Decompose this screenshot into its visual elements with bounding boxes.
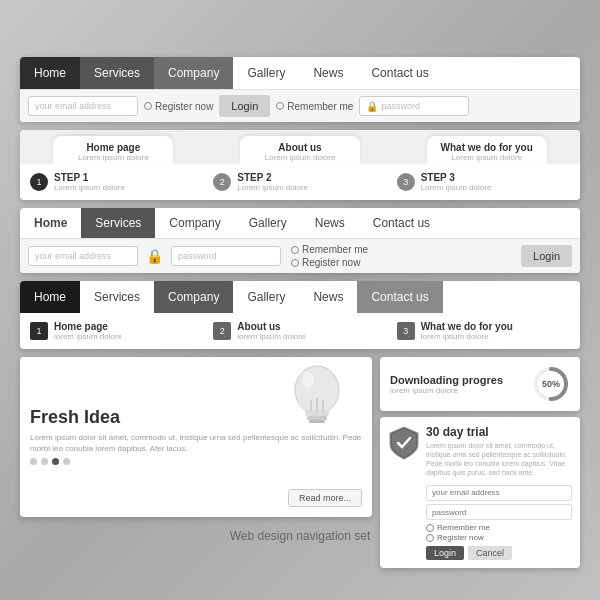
step-title-3: STEP 3 [421,172,492,183]
step-title-2-2: About us [237,321,305,332]
step-tab-sub-whatwedo: Lorem ipsum dolore [451,153,522,162]
step-title-2: STEP 2 [237,172,308,183]
password-input-1[interactable]: 🔒password [359,96,469,116]
step-num-sq-1: 1 [30,322,48,340]
step-tab-title-home: Home page [86,142,140,153]
tab-contact-2[interactable]: Contact us [359,208,444,238]
download-card: Downloading progres lorem ipsum dolore 5… [380,357,580,411]
tab-contact-3[interactable]: Contact us [357,281,442,313]
nav-tabs-3: Home Services Company Gallery News Conta… [20,281,580,313]
step-tab-title-about: About us [278,142,321,153]
step-text-2-1: Home page lorem ipsum dolore [54,321,122,341]
tab-company-2[interactable]: Company [155,208,234,238]
step-tab-home[interactable]: Home page Lorem ipsum dolore [20,130,207,164]
step-item-1: 1 STEP 1 Lorem ipsum dolore [30,172,203,192]
tab-company-1[interactable]: Company [154,57,233,89]
tab-company-3[interactable]: Company [154,281,233,313]
step-item-2-2: 2 About us lorem ipsum dolore [213,321,386,341]
trial-title: 30 day trial [426,425,572,439]
progress-label: 50% [542,379,560,389]
login-btn-1[interactable]: Login [219,95,270,117]
register-option-1[interactable]: Register now [144,101,213,112]
tab-home-2[interactable]: Home [20,208,81,238]
email-input-1[interactable]: your email address [28,96,138,116]
trial-inputs-row: Remember me Register now Login Cancel [426,481,572,560]
dot-3[interactable] [52,458,59,465]
trial-pass-input[interactable] [426,504,572,520]
tab-services-3[interactable]: Services [80,281,154,313]
step-tab-inner-home: Home page Lorem ipsum dolore [53,136,173,164]
nav-bar-3: Home Services Company Gallery News Conta… [20,281,580,349]
login-bar-2: your email address 🔒 password Remember m… [20,238,580,273]
step-num-3: 3 [397,173,415,191]
tab-news-2[interactable]: News [301,208,359,238]
tab-services-1[interactable]: Services [80,57,154,89]
fresh-idea-text: Lorem ipsum dolor sit amet, commodo ut, … [30,432,362,454]
remember-option-1[interactable]: Remember me [276,101,353,112]
download-title: Downloading progres [390,374,524,386]
read-more-btn[interactable]: Read more... [288,489,362,507]
step-num-sq-3: 3 [397,322,415,340]
remember-label-2: Remember me [302,244,368,255]
step-text-2-2: About us lorem ipsum dolore [237,321,305,341]
step-tab-about[interactable]: About us Lorem ipsum dolore [207,130,394,164]
trial-login-btn[interactable]: Login [426,546,464,560]
step-item-2-3: 3 What we do for you lorem ipsum dolore [397,321,570,341]
step-text-2: STEP 2 Lorem ipsum dolore [237,172,308,192]
tab-home-1[interactable]: Home [20,57,80,89]
trial-cancel-btn[interactable]: Cancel [468,546,512,560]
trial-inputs-col: Remember me Register now Login Cancel [426,481,572,560]
step-item-2: 2 STEP 2 Lorem ipsum dolore [213,172,386,192]
radio-remember-1 [276,102,284,110]
tab-home-3[interactable]: Home [20,281,80,313]
email-input-2[interactable]: your email address [28,246,138,266]
svg-rect-2 [307,416,327,420]
step-title-1: STEP 1 [54,172,125,183]
register-option-2[interactable]: Register now [291,257,368,268]
download-sub: lorem ipsum dolore [390,386,524,395]
remember-option-2[interactable]: Remember me [291,244,368,255]
step-desc-1: Lorem ipsum dolore [54,183,125,192]
step-desc-2-3: lorem ipsum dolore [421,332,513,341]
login-btn-2[interactable]: Login [521,245,572,267]
step-text-2-3: What we do for you lorem ipsum dolore [421,321,513,341]
right-col: Downloading progres lorem ipsum dolore 5… [380,357,580,517]
step-item-2-1: 1 Home page lorem ipsum dolore [30,321,203,341]
steps-content-2: 1 Home page lorem ipsum dolore 2 About u… [20,313,580,349]
dot-2[interactable] [41,458,48,465]
tab-services-2[interactable]: Services [81,208,155,238]
step-desc-3: Lorem ipsum dolore [421,183,492,192]
step-item-3: 3 STEP 3 Lorem ipsum dolore [397,172,570,192]
step-desc-2: Lorem ipsum dolore [237,183,308,192]
dot-4[interactable] [63,458,70,465]
tab-gallery-1[interactable]: Gallery [233,57,299,89]
steps-tabs-1: Home page Lorem ipsum dolore About us Lo… [20,130,580,164]
step-tab-whatwedo[interactable]: What we do for you Lorem ipsum dolore [393,130,580,164]
step-tab-sub-home: Lorem ipsum dolore [78,153,149,162]
tab-news-3[interactable]: News [299,281,357,313]
tab-gallery-3[interactable]: Gallery [233,281,299,313]
dot-1[interactable] [30,458,37,465]
step-title-2-1: Home page [54,321,122,332]
tab-contact-1[interactable]: Contact us [357,57,442,89]
tab-gallery-2[interactable]: Gallery [235,208,301,238]
download-text: Downloading progres lorem ipsum dolore [390,374,524,395]
step-tab-inner-about: About us Lorem ipsum dolore [240,136,360,164]
trial-email-input[interactable] [426,485,572,501]
nav-bar-1: Home Services Company Gallery News Conta… [20,57,580,122]
step-title-2-3: What we do for you [421,321,513,332]
trial-card: 30 day trial Lorem ipsum dolor sit amet,… [380,417,580,568]
steps-bar-1: Home page Lorem ipsum dolore About us Lo… [20,130,580,200]
bulb-illustration [272,362,362,432]
svg-point-7 [302,372,314,388]
step-text-3: STEP 3 Lorem ipsum dolore [421,172,492,192]
radio-remember-2 [291,246,299,254]
password-input-2[interactable]: password [171,246,281,266]
tab-news-1[interactable]: News [299,57,357,89]
radio-register-1 [144,102,152,110]
steps-content-1: 1 STEP 1 Lorem ipsum dolore 2 STEP 2 Lor… [20,164,580,200]
footer-text: Web design navigation set [20,529,580,543]
step-num-sq-2: 2 [213,322,231,340]
svg-rect-3 [309,420,325,423]
progress-ring: 50% [532,365,570,403]
